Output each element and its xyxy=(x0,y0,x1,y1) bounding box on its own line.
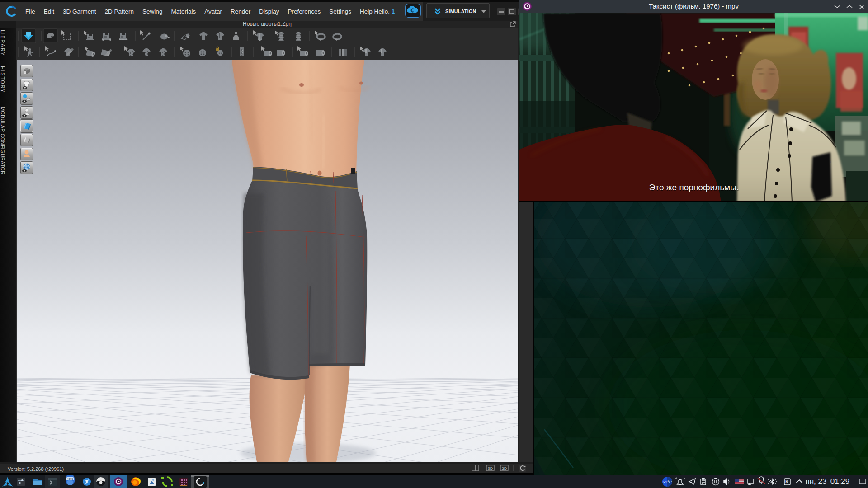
svg-text:пн, 23: пн, 23 xyxy=(806,477,827,486)
svg-text:4999: 4999 xyxy=(67,478,73,480)
svg-text:Это же порнофильмы.: Это же порнофильмы. xyxy=(649,183,739,192)
svg-text:3D: 3D xyxy=(488,466,493,471)
svg-text:51°C: 51°C xyxy=(662,479,672,484)
svg-text:K: K xyxy=(785,479,789,484)
svg-text:2D: 2D xyxy=(502,466,507,471)
svg-text:01:29: 01:29 xyxy=(830,477,850,486)
